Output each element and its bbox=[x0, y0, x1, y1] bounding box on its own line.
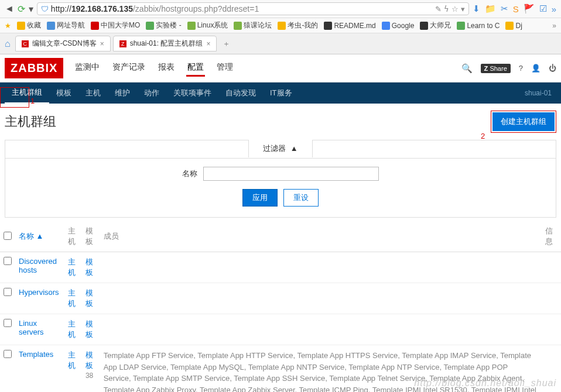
sub-nav-item[interactable]: 维护 bbox=[108, 83, 137, 103]
row-checkbox[interactable] bbox=[4, 319, 12, 327]
member-link[interactable]: Template App HTTP Service bbox=[197, 351, 293, 360]
ext-s-icon[interactable]: S bbox=[513, 4, 519, 14]
select-all-checkbox[interactable] bbox=[4, 232, 12, 240]
group-name-link[interactable]: Templates bbox=[19, 350, 53, 359]
top-nav-item[interactable]: 资产记录 bbox=[111, 60, 146, 77]
browser-toolbar: ◄ ⟳ ▾ 🛡 http://192.168.176.135/zabbix/ho… bbox=[0, 0, 561, 18]
templates-link[interactable]: 模板 bbox=[85, 350, 93, 370]
bookmark-item[interactable]: 网址导航 bbox=[47, 20, 85, 30]
templates-link[interactable]: 模板 bbox=[85, 257, 93, 277]
member-link[interactable]: Template App NNTP Service bbox=[248, 363, 345, 372]
group-name-link[interactable]: Hypervisors bbox=[19, 288, 59, 297]
member-link[interactable]: Template App Telnet Service bbox=[329, 374, 425, 383]
bookmark-item[interactable]: 猿课论坛 bbox=[234, 20, 272, 30]
hosts-link[interactable]: 主机 bbox=[68, 350, 76, 370]
sub-nav-item[interactable]: 自动发现 bbox=[218, 83, 263, 103]
close-icon[interactable]: × bbox=[206, 40, 210, 48]
search-icon[interactable]: 🔍 bbox=[461, 63, 473, 74]
more-icon[interactable]: » bbox=[552, 22, 556, 30]
bookmark-item[interactable]: 实验楼 - bbox=[146, 20, 181, 30]
sub-nav-item[interactable]: 关联项事件 bbox=[166, 83, 218, 103]
flash-icon[interactable]: ϟ bbox=[444, 5, 449, 13]
download-icon[interactable]: ⬇ bbox=[473, 4, 480, 14]
templates-link[interactable]: 模板 bbox=[85, 288, 93, 308]
hosts-link[interactable]: 主机 bbox=[68, 257, 76, 277]
ext-flag-icon[interactable]: 🚩 bbox=[524, 4, 535, 14]
member-link[interactable]: Template App MySQL bbox=[170, 363, 244, 372]
member-link[interactable]: Template App NTP Service bbox=[348, 363, 439, 372]
templates-link[interactable]: 模板 bbox=[85, 319, 93, 339]
help-icon[interactable]: ? bbox=[519, 64, 523, 73]
reload-icon[interactable]: ⟳ bbox=[18, 4, 25, 15]
top-nav-item[interactable]: 监测中 bbox=[74, 60, 101, 77]
ext-check-icon[interactable]: ☑ bbox=[539, 4, 547, 14]
row-checkbox[interactable] bbox=[4, 350, 12, 358]
member-link[interactable]: Template ICMP Ping bbox=[299, 386, 368, 393]
wand-icon[interactable]: ✎ bbox=[435, 5, 442, 13]
member-link[interactable]: Template App SMTP Service bbox=[133, 374, 230, 383]
member-link[interactable]: Template App Zabbix Server bbox=[200, 386, 295, 393]
member-link[interactable]: Template App IMAP Service bbox=[402, 351, 496, 360]
top-nav-item[interactable]: 管理 bbox=[215, 60, 234, 77]
scissors-icon[interactable]: ✂ bbox=[501, 4, 508, 14]
bookmark-item[interactable]: 收藏 bbox=[17, 20, 41, 30]
browser-tab[interactable]: Zshuai-01: 配置主机群组× bbox=[113, 36, 217, 51]
user-icon[interactable]: 👤 bbox=[531, 64, 541, 73]
group-name-link[interactable]: Discovered hosts bbox=[19, 257, 57, 274]
filter-body: 名称 应用 重设 bbox=[5, 159, 556, 217]
member-link[interactable]: Template App HTTPS Service bbox=[297, 351, 398, 360]
bookmark-item[interactable]: 考虫-我的 bbox=[278, 20, 318, 30]
table-row: Discovered hosts 主机 模板 bbox=[0, 252, 561, 283]
menu-icon[interactable]: ▾ bbox=[29, 4, 33, 15]
url-bar[interactable]: 🛡 http://192.168.176.135/zabbix/hostgrou… bbox=[37, 2, 469, 15]
bookmark-item[interactable]: 大师兄 bbox=[420, 20, 451, 30]
filter-tab[interactable]: 过滤器 ▲ bbox=[248, 140, 312, 157]
hosts-link[interactable]: 主机 bbox=[68, 288, 76, 308]
member-link[interactable]: Template App FTP Service bbox=[104, 351, 194, 360]
top-nav-item[interactable]: 报表 bbox=[157, 60, 176, 77]
annotation-box-1 bbox=[0, 87, 29, 108]
member-link[interactable]: Template App Zabbix Proxy bbox=[104, 386, 196, 393]
folder-icon[interactable]: 📁 bbox=[485, 4, 496, 14]
members-cell bbox=[100, 283, 541, 314]
reset-button[interactable]: 重设 bbox=[283, 189, 319, 207]
dropdown-icon[interactable]: ▾ bbox=[461, 5, 465, 13]
toolbar-right: ⬇ 📁 ✂ S 🚩 ☑ » bbox=[473, 4, 556, 14]
power-icon[interactable]: ⏻ bbox=[549, 64, 556, 73]
share-button[interactable]: Z Share bbox=[481, 64, 511, 73]
user-label: shuai-01 bbox=[525, 89, 556, 97]
apply-button[interactable]: 应用 bbox=[242, 189, 278, 207]
filter-name-input[interactable] bbox=[203, 167, 379, 181]
annotation-1: 1 bbox=[30, 97, 35, 105]
top-nav: 监测中资产记录报表配置管理 bbox=[74, 60, 234, 77]
row-checkbox[interactable] bbox=[4, 288, 12, 296]
bookmark-item[interactable]: 中国大学MO bbox=[91, 20, 140, 30]
browser-tab[interactable]: C编辑文章-CSDN博客× bbox=[15, 36, 111, 51]
bookmark-item[interactable]: Linux系统 bbox=[187, 20, 228, 30]
home-icon[interactable]: ⌂ bbox=[5, 39, 11, 49]
close-icon[interactable]: × bbox=[100, 40, 104, 48]
create-host-group-button[interactable]: 创建主机群组 bbox=[492, 112, 555, 131]
sub-nav-item[interactable]: 模板 bbox=[49, 83, 78, 103]
top-nav-item[interactable]: 配置 bbox=[186, 60, 205, 77]
row-checkbox[interactable] bbox=[4, 257, 12, 265]
col-name[interactable]: 名称 ▲ bbox=[15, 221, 64, 252]
star-icon[interactable]: ☆ bbox=[451, 5, 459, 13]
zabbix-logo[interactable]: ZABBIX bbox=[5, 58, 63, 78]
member-link[interactable]: Template App SSH Service bbox=[234, 374, 325, 383]
bookmark-item[interactable]: Dj bbox=[505, 22, 522, 30]
sub-nav: 主机群组模板主机维护动作关联项事件自动发现IT服务 shuai-01 bbox=[0, 82, 561, 104]
url-text: http://192.168.176.135/zabbix/hostgroups… bbox=[51, 4, 435, 13]
new-tab-button[interactable]: ＋ bbox=[219, 39, 233, 49]
sub-nav-item[interactable]: 动作 bbox=[137, 83, 166, 103]
bookmark-item[interactable]: README.md bbox=[324, 22, 375, 30]
hosts-link[interactable]: 主机 bbox=[68, 319, 76, 339]
more-icon[interactable]: » bbox=[552, 4, 556, 14]
bookmark-item[interactable]: Learn to C bbox=[457, 22, 500, 30]
back-icon[interactable]: ◄ bbox=[5, 4, 14, 14]
bookmark-item[interactable]: Google bbox=[382, 22, 415, 30]
sub-nav-item[interactable]: IT服务 bbox=[263, 83, 299, 103]
shield-icon: 🛡 bbox=[41, 5, 49, 13]
group-name-link[interactable]: Linux servers bbox=[19, 319, 44, 336]
sub-nav-item[interactable]: 主机 bbox=[78, 83, 108, 103]
